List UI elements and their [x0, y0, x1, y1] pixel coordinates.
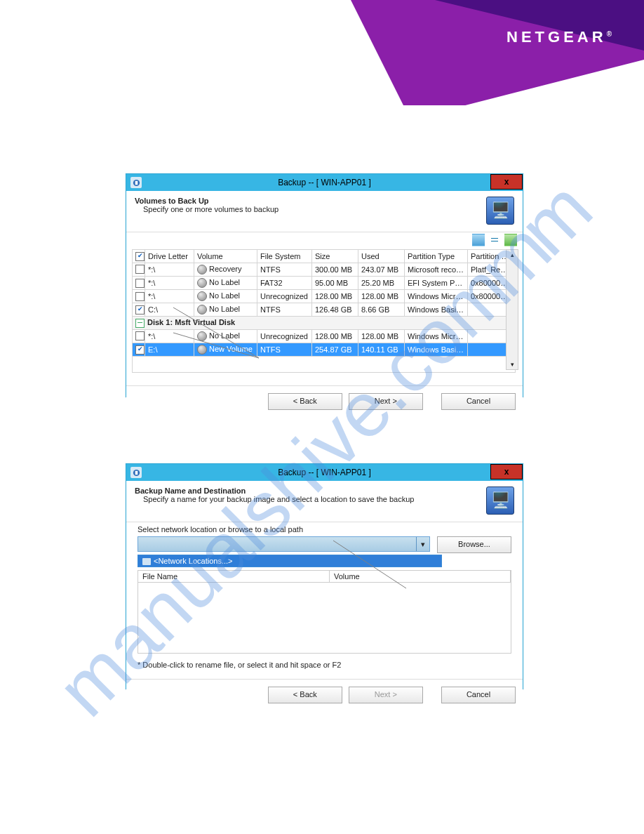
view-icon-3[interactable]	[504, 234, 517, 246]
location-combobox[interactable]: ▾	[137, 536, 430, 552]
cancel-button[interactable]: Cancel	[441, 687, 516, 703]
next-button[interactable]: Next >	[349, 393, 423, 410]
table-row[interactable]: C:\ No Label NTFS 126.48 GB 8.66 GB Wind…	[133, 303, 516, 316]
wizard-step-subtitle: Specify one or more volumes to backup	[135, 205, 486, 213]
window-title: Backup -- [ WIN-APP01 ]	[278, 178, 371, 187]
disk-group-row[interactable]: Disk 1: Msft Virtual Disk	[133, 316, 516, 329]
file-list-header: File Name Volume	[137, 570, 511, 582]
back-button[interactable]: < Back	[268, 393, 342, 410]
section-label: Select network location or browse to a l…	[126, 522, 523, 536]
svg-rect-6	[135, 180, 137, 185]
view-grid-icon[interactable]	[488, 234, 501, 246]
col-drive-letter[interactable]: Drive Letter	[145, 250, 194, 263]
wizard-header: Volumes to Back Up Specify one or more v…	[126, 191, 523, 232]
brand-logo: NETGEAR®	[507, 28, 612, 46]
row-checkbox[interactable]	[135, 292, 145, 301]
app-icon	[130, 467, 142, 478]
disk-icon	[197, 291, 207, 301]
col-partition-type[interactable]: Partition Type	[405, 250, 468, 263]
table-row	[133, 356, 516, 372]
close-icon: x	[504, 468, 509, 476]
back-button[interactable]: < Back	[268, 687, 342, 703]
wizard-step-title: Volumes to Back Up	[135, 197, 486, 205]
scroll-down-icon[interactable]: ▾	[507, 359, 518, 369]
network-icon	[142, 558, 151, 565]
disk-icon	[197, 265, 207, 274]
table-row[interactable]: E:\ New Volume NTFS 254.87 GB 140.11 GB …	[133, 343, 516, 356]
network-locations-option[interactable]: <Network Locations...>	[137, 555, 442, 567]
row-checkbox[interactable]	[135, 345, 145, 355]
view-toolbar	[126, 232, 523, 248]
volumes-table[interactable]: Drive Letter Volume File System Size Use…	[132, 249, 516, 373]
disk-icon	[197, 331, 207, 341]
cancel-button[interactable]: Cancel	[441, 393, 516, 410]
col-volume[interactable]: Volume	[330, 571, 511, 582]
row-checkbox[interactable]	[135, 305, 145, 315]
disk-icon	[197, 305, 207, 315]
next-button[interactable]: Next >	[349, 687, 423, 703]
disk-icon	[197, 278, 207, 288]
file-list[interactable]	[137, 582, 511, 654]
close-button[interactable]: x	[490, 174, 523, 190]
window-title: Backup -- [ WIN-APP01 ]	[278, 468, 371, 477]
wizard-footer: < Back Next > Cancel	[126, 385, 523, 417]
rename-hint: * Double-click to rename file, or select…	[126, 654, 523, 679]
wizard-step-subtitle: Specify a name for your backup image and…	[135, 495, 486, 503]
row-checkbox[interactable]	[135, 265, 145, 274]
product-icon: 🖥️	[486, 486, 514, 515]
wizard-footer: < Back Next > Cancel	[126, 679, 523, 710]
select-all-checkbox[interactable]	[135, 252, 145, 261]
svg-marker-1	[435, 0, 644, 51]
product-icon: 🖥️	[486, 197, 514, 225]
app-icon	[130, 177, 142, 188]
row-checkbox[interactable]	[135, 279, 145, 288]
col-volume[interactable]: Volume	[194, 250, 257, 263]
close-icon: x	[504, 178, 509, 186]
svg-marker-0	[351, 0, 644, 105]
row-checkbox[interactable]	[135, 331, 145, 340]
disk-icon	[197, 345, 207, 355]
scrollbar[interactable]: ▴ ▾	[506, 249, 518, 370]
col-used[interactable]: Used	[358, 250, 405, 263]
wizard-header: Backup Name and Destination Specify a na…	[126, 481, 523, 522]
col-file-system[interactable]: File System	[257, 250, 312, 263]
collapse-icon[interactable]	[135, 319, 145, 328]
wizard-step-title: Backup Name and Destination	[135, 486, 486, 495]
backup-dialog-volumes: Backup -- [ WIN-APP01 ] x Volumes to Bac…	[126, 173, 523, 397]
table-row[interactable]: *:\ No Label FAT32 95.00 MB 25.20 MB EFI…	[133, 276, 516, 289]
chevron-down-icon[interactable]: ▾	[416, 537, 429, 551]
col-size[interactable]: Size	[312, 250, 358, 263]
table-row[interactable]: *:\ No Label Unrecognized 128.00 MB 128.…	[133, 329, 516, 343]
svg-rect-8	[135, 470, 137, 475]
titlebar: Backup -- [ WIN-APP01 ] x	[126, 464, 523, 481]
scroll-up-icon[interactable]: ▴	[507, 250, 518, 260]
view-icon-1[interactable]	[472, 234, 485, 246]
titlebar: Backup -- [ WIN-APP01 ] x	[126, 174, 523, 191]
page-header-banner: NETGEAR®	[0, 0, 644, 105]
table-header-row: Drive Letter Volume File System Size Use…	[133, 250, 516, 263]
close-button[interactable]: x	[490, 464, 523, 479]
table-row[interactable]: *:\ No Label Unrecognized 128.00 MB 128.…	[133, 289, 516, 303]
backup-dialog-destination: Backup -- [ WIN-APP01 ] x Backup Name an…	[126, 463, 523, 689]
browse-button[interactable]: Browse...	[437, 536, 511, 553]
col-file-name[interactable]: File Name	[138, 571, 330, 582]
table-row[interactable]: *:\ Recovery NTFS 300.00 MB 243.07 MB Mi…	[133, 263, 516, 276]
